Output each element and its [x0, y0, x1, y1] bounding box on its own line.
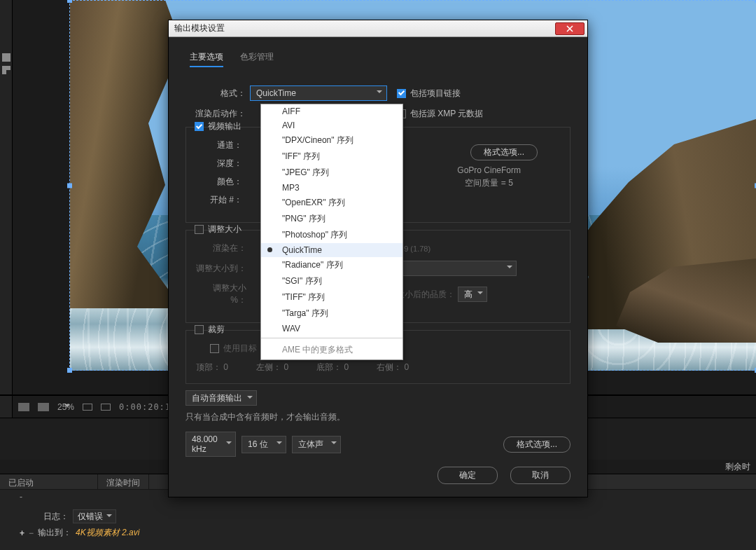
include-link-label: 包括项目链接	[410, 88, 461, 99]
dd-item-mp3[interactable]: MP3	[261, 181, 402, 195]
renderat-label: 渲染在：	[196, 242, 251, 254]
crop-top-label: 顶部：	[196, 362, 221, 372]
audio-format-options-button[interactable]: 格式选项...	[503, 436, 570, 453]
minus-icon[interactable]: −	[29, 528, 34, 538]
tab-color[interactable]: 色彩管理	[240, 51, 274, 67]
format-value: QuickTime	[256, 88, 296, 98]
col-rendertime[interactable]: 渲染时间	[98, 474, 149, 489]
channel-label: 通道：	[196, 139, 246, 151]
crop-left-label: 左侧：	[256, 362, 281, 372]
audio-rate-select[interactable]: 48.000 kHz	[186, 432, 236, 457]
col-started[interactable]: 已启动	[0, 474, 98, 489]
dd-item-dpx[interactable]: "DPX/Cineon" 序列	[261, 132, 402, 149]
tab-main[interactable]: 主要选项	[190, 51, 223, 67]
ok-button[interactable]: 确定	[438, 467, 498, 484]
quality-select[interactable]: 高	[458, 287, 487, 302]
handle-mid-left[interactable]	[67, 183, 72, 188]
audio-chan-select[interactable]: 立体声	[292, 436, 341, 453]
audio-note: 只有当合成中含有音频时，才会输出音频。	[186, 411, 570, 423]
dd-item-targa[interactable]: "Targa" 序列	[261, 305, 402, 322]
format-combo[interactable]: QuickTime	[250, 85, 387, 101]
dd-item-wav[interactable]: WAV	[261, 322, 402, 336]
codec-quality: 空间质量 = 5	[457, 177, 521, 189]
format-dropdown-list[interactable]: AIFF AVI "DPX/Cineon" 序列 "IFF" 序列 "JPEG"…	[260, 104, 403, 360]
dd-item-tiff[interactable]: "TIFF" 序列	[261, 289, 402, 305]
handle-top-left[interactable]	[67, 0, 72, 3]
dd-ame-more[interactable]: AME 中的更多格式	[261, 341, 402, 359]
dialog-title: 输出模块设置	[174, 22, 225, 34]
zoom-select[interactable]: 25%	[57, 402, 74, 412]
close-button[interactable]	[555, 22, 584, 35]
dd-item-quicktime[interactable]: QuickTime	[261, 243, 402, 257]
display-icon[interactable]	[38, 403, 49, 411]
dd-item-avi[interactable]: AVI	[261, 118, 402, 132]
codec-info: GoPro CineForm 空间质量 = 5	[457, 164, 521, 189]
hierarchy-icon[interactable]	[2, 66, 10, 74]
format-label: 格式：	[186, 88, 250, 99]
dd-item-jpeg[interactable]: "JPEG" 序列	[261, 165, 402, 181]
dd-item-png[interactable]: "PNG" 序列	[261, 211, 402, 227]
include-xmp-label: 包括源 XMP 元数据	[410, 108, 483, 120]
color-label: 颜色：	[196, 176, 246, 188]
resizepct-label: 调整大小 %：	[196, 282, 251, 306]
include-link-checkbox[interactable]	[397, 89, 406, 98]
log-label: 日志：	[20, 511, 69, 523]
output-file-link[interactable]: 4K视频素材 2.avi	[76, 527, 139, 539]
crop-bottom-val[interactable]: 0	[344, 362, 349, 372]
dd-item-iff[interactable]: "IFF" 序列	[261, 149, 402, 165]
output-to-label: 输出到：	[38, 527, 71, 539]
dd-item-aiff[interactable]: AIFF	[261, 104, 402, 118]
timecode[interactable]: 0:00:20:1	[119, 402, 171, 412]
dd-item-radiance[interactable]: "Radiance" 序列	[261, 257, 402, 273]
resize-title: 调整大小	[208, 224, 241, 235]
crop-title: 裁剪	[208, 324, 225, 336]
crop-right-val[interactable]: 0	[404, 362, 409, 372]
crop-checkbox[interactable]	[195, 325, 204, 334]
log-select[interactable]: 仅错误	[73, 511, 116, 523]
dd-item-photoshop[interactable]: "Photoshop" 序列	[261, 227, 402, 243]
cancel-button[interactable]: 取消	[510, 467, 570, 484]
audio-mode-select[interactable]: 自动音频输出	[186, 390, 257, 406]
handle-bottom-left[interactable]	[67, 368, 72, 373]
plus-icon[interactable]: +	[20, 528, 24, 538]
resizeto-select[interactable]	[391, 261, 517, 276]
viewer-footer: 25% 0:00:20:1	[18, 402, 171, 412]
crop-bottom-label: 底部：	[316, 362, 342, 372]
snapshot-icon[interactable]	[101, 404, 111, 411]
camera-icon[interactable]	[83, 404, 92, 411]
use-target-label: 使用目标	[223, 343, 257, 355]
close-icon	[566, 25, 573, 32]
use-target-checkbox[interactable]	[210, 344, 219, 353]
dialog-titlebar[interactable]: 输出模块设置	[169, 20, 587, 37]
monitor-icon[interactable]	[18, 403, 29, 411]
resizeto-label: 调整大小到：	[196, 263, 251, 275]
video-output-label: 视频输出	[208, 121, 241, 132]
crop-left-val[interactable]: 0	[284, 362, 288, 372]
remaining-label: 剩余时	[725, 461, 750, 473]
log-value: 仅错误	[73, 509, 116, 523]
dd-item-openexr[interactable]: "OpenEXR" 序列	[261, 195, 402, 211]
codec-name: GoPro CineForm	[457, 164, 521, 177]
format-options-button[interactable]: 格式选项...	[470, 144, 538, 160]
crop-right-label: 右侧：	[377, 362, 402, 372]
tool-icon[interactable]	[2, 53, 10, 62]
left-tool-rail	[0, 0, 13, 420]
dd-separator	[261, 338, 402, 338]
postrender-label: 渲染后动作：	[186, 108, 250, 120]
dd-item-sgi[interactable]: "SGI" 序列	[261, 273, 402, 289]
video-output-checkbox[interactable]	[195, 122, 204, 131]
resize-checkbox[interactable]	[195, 225, 204, 234]
crop-top-val[interactable]: 0	[223, 362, 228, 372]
audio-bits-select[interactable]: 16 位	[241, 436, 286, 453]
depth-label: 深度：	[196, 158, 246, 170]
start-label: 开始 #：	[196, 194, 246, 206]
zoom-value: 25%	[57, 402, 74, 412]
